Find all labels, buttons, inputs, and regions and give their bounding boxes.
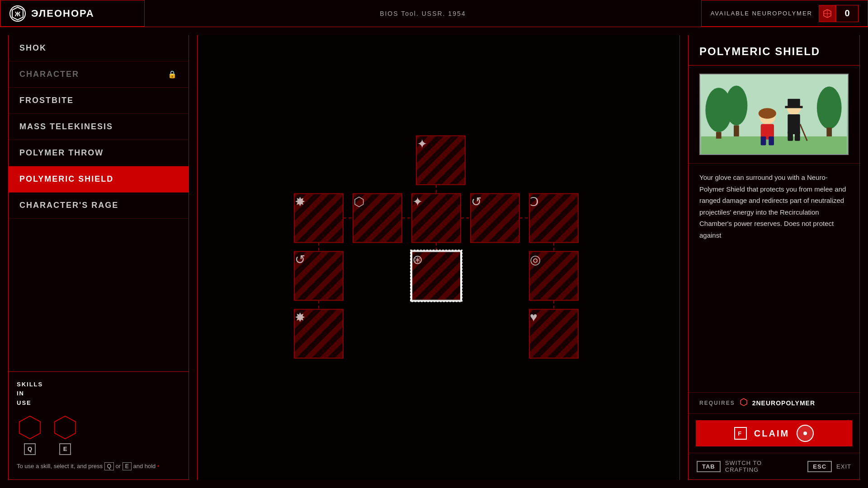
e-key-hint: E: [123, 462, 132, 470]
svg-point-24: [817, 86, 842, 129]
node-tile-1-2[interactable]: ✦: [411, 193, 461, 243]
svg-point-22: [725, 85, 747, 125]
np-req-text: 2NEUROPOLYMER: [752, 399, 815, 407]
node-1-1[interactable]: ⬡: [353, 193, 402, 243]
node-tile-1-4[interactable]: Ↄ: [529, 193, 579, 243]
sidebar-item-mass-telekinesis[interactable]: MASS TELEKINESIS: [9, 114, 189, 140]
neuropolymer-count: 0: [819, 5, 859, 22]
node-tile-1-3[interactable]: ↺: [470, 193, 520, 243]
node-tile-2-4[interactable]: ◎: [529, 251, 579, 301]
node-tile-3-0[interactable]: ✸: [294, 309, 344, 359]
node-tile-1-0[interactable]: ✸: [294, 193, 344, 243]
svg-rect-35: [788, 99, 800, 107]
svg-rect-33: [788, 131, 793, 141]
svg-rect-21: [716, 132, 722, 139]
character-header: Ж ЭЛЕОНОРА: [0, 0, 145, 27]
claim-key-badge: F: [734, 427, 747, 440]
sidebar-item-shok[interactable]: SHOK: [9, 35, 189, 61]
sidebar: SHOK CHARACTER 🔒 FROSTBITE MASS TELEKINE…: [8, 35, 189, 480]
node-1-4[interactable]: Ↄ: [529, 193, 579, 243]
requires-row: REQUIRES 2NEUROPOLYMER: [689, 393, 859, 414]
character-name: ЭЛЕОНОРА: [31, 8, 94, 19]
claim-button[interactable]: F CLAIM: [696, 420, 852, 446]
esc-key: ESC: [807, 461, 832, 472]
node-1-0[interactable]: ✸: [294, 193, 344, 243]
node-tile-1-1[interactable]: ⬡: [353, 193, 402, 243]
svg-rect-23: [734, 125, 739, 136]
node-3-0[interactable]: ✸: [294, 309, 344, 359]
top-bar: Ж ЭЛЕОНОРА BIOS Tool. USSR. 1954 AVAILAB…: [0, 0, 868, 27]
sidebar-item-polymer-throw[interactable]: POLYMER THROW: [9, 140, 189, 166]
svg-rect-34: [795, 131, 800, 141]
skill-illustration: [699, 74, 849, 155]
sidebar-item-polymeric-shield[interactable]: POLYMERIC SHIELD: [9, 166, 189, 192]
bios-title-area: BIOS Tool. USSR. 1954: [145, 10, 701, 17]
svg-marker-38: [741, 399, 747, 406]
q-key-badge: Q: [24, 443, 36, 455]
skill-slot-q: Q: [17, 414, 43, 455]
neuropolymer-area: AVAILABLE NEUROPOLYMER 0: [701, 0, 868, 27]
skill-slots: Q E: [17, 414, 180, 455]
esc-action[interactable]: ESC EXIT: [807, 461, 851, 472]
svg-text:Ж: Ж: [14, 10, 21, 18]
np-icon: [819, 5, 836, 22]
node-3-4[interactable]: ♥: [529, 309, 579, 359]
requires-label: REQUIRES: [699, 400, 735, 406]
claim-dot: [803, 432, 807, 435]
sidebar-bottom: SKILLSINUSE Q E: [9, 371, 189, 479]
svg-rect-25: [826, 127, 832, 136]
svg-rect-36: [785, 106, 802, 108]
node-tile-2-2[interactable]: ⊛: [411, 251, 461, 301]
skill-hex-e: [52, 414, 78, 441]
q-key-hint: Q: [104, 462, 114, 470]
node-2-4[interactable]: ◎: [529, 251, 579, 301]
node-2-2[interactable]: ⊛: [411, 251, 461, 301]
skill-hint: To use a skill, select it, and press Q o…: [17, 461, 180, 471]
tab-action-label: SWITCH TO CRAFTING: [725, 460, 797, 473]
svg-rect-29: [769, 136, 774, 145]
node-2-0[interactable]: ↺: [294, 251, 344, 301]
logo-icon: Ж: [9, 5, 26, 22]
np-count-value: 0: [836, 5, 859, 22]
sidebar-nav: SHOK CHARACTER 🔒 FROSTBITE MASS TELEKINE…: [9, 35, 189, 371]
tab-action[interactable]: TAB SWITCH TO CRAFTING: [697, 460, 797, 473]
svg-point-30: [759, 108, 776, 118]
bios-title: BIOS Tool. USSR. 1954: [380, 10, 466, 17]
claim-circle-icon: [797, 425, 814, 442]
node-1-2[interactable]: ✦: [411, 193, 461, 243]
skill-description: Your glove can surround you with a Neuro…: [689, 164, 859, 393]
node-tile-0-1[interactable]: ✦: [416, 136, 466, 185]
tab-key: TAB: [697, 461, 721, 472]
node-1-3[interactable]: ↺: [470, 193, 520, 243]
neuropolymer-label: AVAILABLE NEUROPOLYMER: [711, 10, 812, 17]
e-key-badge: E: [59, 443, 71, 455]
skill-hex-q: [17, 414, 43, 441]
node-tile-2-0[interactable]: ↺: [294, 251, 344, 301]
claim-label: CLAIM: [754, 428, 789, 439]
svg-marker-6: [55, 416, 75, 439]
svg-rect-28: [761, 136, 766, 145]
lock-icon: 🔒: [168, 70, 178, 79]
right-panel: POLYMERIC SHIELD: [688, 35, 860, 480]
skill-detail-title: POLYMERIC SHIELD: [689, 35, 859, 66]
svg-marker-5: [19, 416, 40, 439]
bottom-actions: TAB SWITCH TO CRAFTING ESC EXIT: [689, 453, 859, 479]
node-0-1[interactable]: ✦: [416, 136, 466, 185]
skill-slot-e: E: [52, 414, 78, 455]
node-tile-3-4[interactable]: ♥: [529, 309, 579, 359]
center-skill-tree: ✦ ✸ ⬡ ✦ ↺: [197, 35, 680, 480]
sidebar-item-character[interactable]: CHARACTER 🔒: [9, 61, 189, 88]
np-req-icon: [740, 398, 748, 408]
skills-in-use-label: SKILLSINUSE: [17, 380, 180, 408]
esc-action-label: EXIT: [836, 463, 851, 470]
sidebar-item-characters-rage[interactable]: CHARACTER'S RAGE: [9, 192, 189, 219]
main-layout: SHOK CHARACTER 🔒 FROSTBITE MASS TELEKINE…: [0, 27, 868, 488]
sidebar-item-frostbite[interactable]: FROSTBITE: [9, 88, 189, 114]
skill-image-container: [689, 66, 859, 164]
